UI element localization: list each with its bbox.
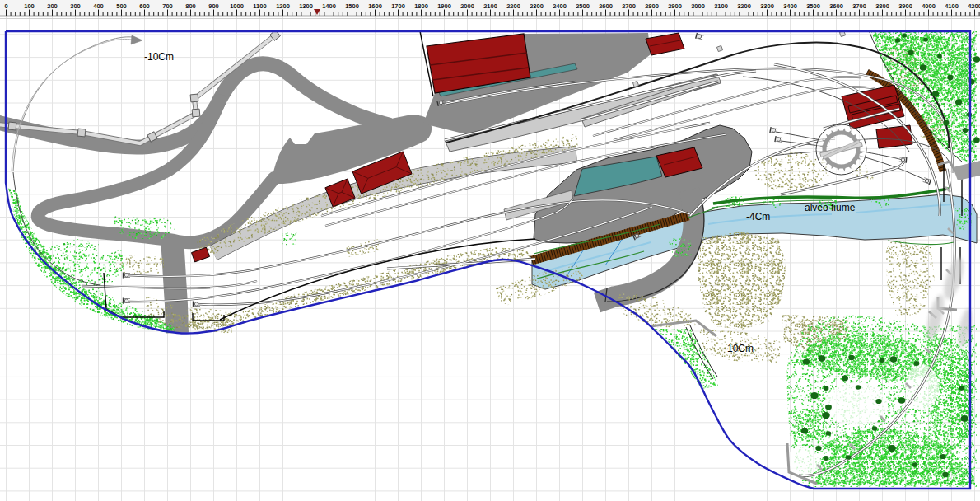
svg-text:2500: 2500 — [576, 2, 590, 10]
svg-text:4200: 4200 — [968, 2, 980, 10]
svg-text:1600: 1600 — [368, 2, 382, 10]
svg-text:2200: 2200 — [506, 2, 520, 10]
svg-text:-10Cm: -10Cm — [144, 51, 174, 63]
svg-text:400: 400 — [93, 2, 104, 10]
svg-text:-4Cm: -4Cm — [746, 211, 770, 222]
svg-text:1100: 1100 — [253, 2, 266, 10]
svg-text:3400: 3400 — [783, 2, 797, 10]
svg-text:2800: 2800 — [645, 2, 659, 10]
svg-text:100: 100 — [24, 2, 35, 10]
svg-text:3300: 3300 — [760, 2, 774, 10]
svg-text:600: 600 — [139, 2, 150, 10]
svg-text:2700: 2700 — [622, 2, 636, 10]
svg-text:500: 500 — [116, 2, 127, 10]
svg-text:2100: 2100 — [483, 2, 497, 10]
svg-text:2900: 2900 — [668, 2, 682, 10]
svg-text:200: 200 — [47, 2, 58, 10]
svg-text:3500: 3500 — [806, 2, 820, 10]
svg-text:2000: 2000 — [460, 2, 474, 10]
svg-text:4000: 4000 — [922, 2, 936, 10]
svg-text:2600: 2600 — [599, 2, 613, 10]
svg-text:3100: 3100 — [714, 2, 728, 10]
svg-text:1700: 1700 — [391, 2, 405, 10]
svg-text:1900: 1900 — [437, 2, 451, 10]
svg-text:3800: 3800 — [875, 2, 889, 10]
svg-text:3000: 3000 — [691, 2, 705, 10]
svg-text:4100: 4100 — [945, 2, 959, 10]
svg-text:700: 700 — [162, 2, 173, 10]
svg-text:800: 800 — [185, 2, 196, 10]
svg-text:1800: 1800 — [414, 2, 428, 10]
svg-text:3700: 3700 — [852, 2, 866, 10]
svg-text:0: 0 — [4, 2, 7, 10]
svg-text:3600: 3600 — [829, 2, 843, 10]
svg-text:1300: 1300 — [299, 2, 313, 10]
svg-text:2400: 2400 — [553, 2, 567, 10]
svg-text:3900: 3900 — [898, 2, 912, 10]
svg-text:900: 900 — [208, 2, 219, 10]
svg-text:alveo fiume: alveo fiume — [805, 202, 856, 213]
svg-text:1000: 1000 — [230, 2, 244, 10]
svg-text:1400: 1400 — [322, 2, 336, 10]
svg-text:2300: 2300 — [530, 2, 544, 10]
svg-text:-10Cm: -10Cm — [724, 343, 754, 354]
svg-text:3200: 3200 — [737, 2, 751, 10]
svg-text:300: 300 — [70, 2, 81, 10]
svg-text:1500: 1500 — [345, 2, 359, 10]
svg-text:1200: 1200 — [276, 2, 290, 10]
